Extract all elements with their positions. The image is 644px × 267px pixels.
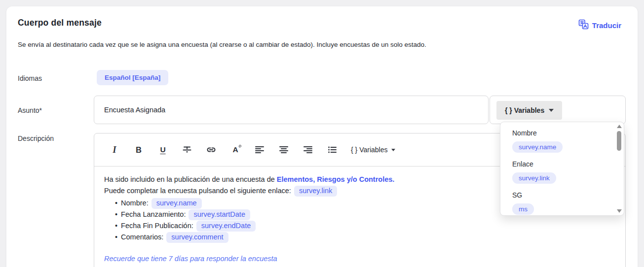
scroll-down-icon[interactable] (617, 209, 622, 213)
bullet-marker: • (115, 222, 117, 230)
strikethrough-icon (182, 145, 192, 155)
align-center-button[interactable] (278, 144, 289, 155)
editor-line-1-bold: Elementos, Riesgos y/o Controles. (277, 175, 395, 183)
description-label: Descripción (18, 134, 54, 142)
page-title: Cuerpo del mensaje (18, 18, 102, 28)
translate-icon (578, 19, 589, 31)
dropdown-scrollbar[interactable] (616, 124, 622, 214)
caret-down-icon (549, 109, 554, 112)
variable-token: survey.comment (166, 232, 228, 243)
bold-button[interactable]: B (133, 144, 144, 155)
align-left-icon (255, 145, 265, 155)
card-subtitle: Se envía al destinatario cada vez que se… (18, 41, 426, 48)
link-icon (206, 144, 217, 155)
subject-variables-box: { } Variables (490, 96, 626, 124)
caret-down-icon (391, 149, 395, 151)
strikethrough-button[interactable] (182, 144, 192, 155)
subject-label: Asunto* (18, 106, 42, 114)
variable-option[interactable]: survey.name (512, 141, 563, 153)
link-button[interactable] (206, 144, 217, 155)
page: { "header": { "title": "Cuerpo del mensa… (0, 0, 644, 267)
editor-variables-button[interactable]: { } Variables (351, 146, 395, 154)
scroll-up-icon[interactable] (617, 125, 622, 128)
editor-footer-note: Recuerde que tiene 7 días para responder… (104, 253, 615, 265)
variables-group-label: Enlace (512, 160, 624, 168)
bullet-marker: • (115, 199, 117, 207)
italic-button[interactable]: I (109, 144, 120, 155)
subject-input[interactable] (94, 96, 489, 124)
translate-label: Traducir (592, 21, 621, 30)
variable-option[interactable]: survey.link (512, 172, 556, 184)
variable-option[interactable]: ms (512, 203, 534, 215)
variables-group: Enlace survey.link (512, 160, 624, 184)
bullet-label: Fecha Lanzamiento: (121, 210, 186, 218)
font-color-letter: A (232, 145, 238, 154)
variables-dropdown-list: Nombre survey.name Enlace survey.link SG… (500, 122, 624, 215)
variable-token: survey.startDate (189, 209, 250, 220)
bullet-list-button[interactable] (327, 144, 338, 155)
bullet-label: Fecha Fin Publicación: (121, 222, 193, 230)
variables-dropdown-menu: Nombre survey.name Enlace survey.link SG… (500, 122, 624, 216)
editor-variables-button-label: { } Variables (351, 146, 387, 154)
list-item: •Comentarios:survey.comment (104, 232, 615, 243)
align-center-icon (279, 145, 289, 155)
language-chip[interactable]: Español [España] (97, 70, 168, 85)
variables-group: SG ms (512, 191, 624, 215)
align-right-button[interactable] (303, 144, 313, 155)
variables-group: Nombre survey.name (512, 129, 624, 153)
variable-token: survey.name (152, 198, 202, 209)
font-color-drop-icon (239, 145, 241, 147)
bullet-label: Nombre: (121, 199, 149, 207)
message-body-card: Cuerpo del mensaje Traducir Se envía al … (6, 6, 638, 267)
languages-label: Idiomas (18, 74, 42, 82)
font-color-button[interactable]: A (230, 144, 241, 155)
editor-line-1-text: Ha sido incluido en la publicación de un… (104, 175, 277, 183)
subject-variables-button-label: { } Variables (505, 106, 544, 114)
bullet-label: Comentarios: (121, 233, 163, 241)
align-left-button[interactable] (254, 144, 265, 155)
list-item: •Fecha Fin Publicación:survey.endDate (104, 220, 615, 232)
bullet-marker: • (115, 210, 117, 218)
underline-button[interactable]: U (157, 144, 168, 155)
variable-token: survey.link (294, 186, 337, 197)
scrollbar-thumb[interactable] (617, 131, 621, 151)
bullet-list-icon (327, 145, 337, 155)
variable-token: survey.endDate (196, 221, 256, 232)
subject-variables-button[interactable]: { } Variables (496, 101, 562, 120)
editor-line-2-text: Puede completar la encuesta pulsando el … (104, 187, 291, 195)
variables-group-label: SG (512, 191, 624, 199)
variables-group-label: Nombre (512, 129, 624, 137)
align-right-icon (303, 145, 313, 155)
translate-button[interactable]: Traducir (578, 19, 621, 31)
bullet-marker: • (115, 233, 117, 241)
